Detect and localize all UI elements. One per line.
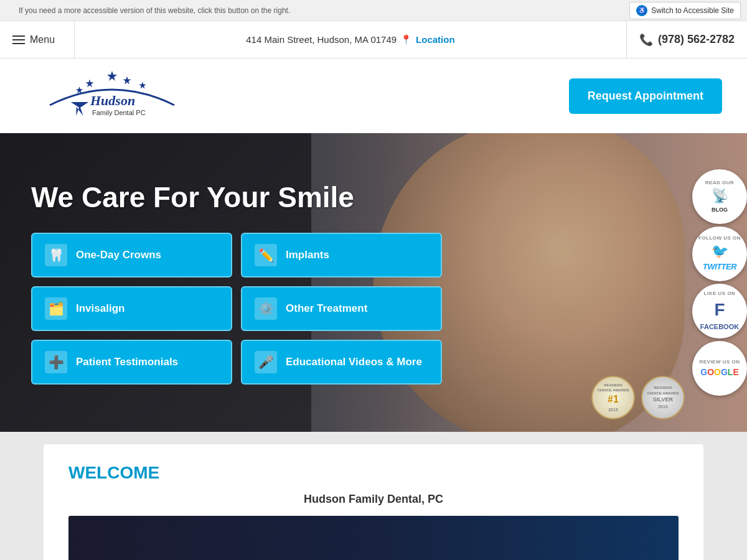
other-treatment-label: Other Treatment — [286, 302, 367, 315]
accessible-site-label: Switch to Accessible Site — [651, 6, 734, 15]
menu-button[interactable]: Menu — [0, 21, 75, 58]
nav-bar: Menu 414 Main Street, Hudson, MA 01749 📍… — [0, 21, 747, 58]
request-appointment-button[interactable]: Request Appointment — [569, 78, 722, 114]
blog-top-label: READ OUR — [705, 180, 735, 186]
awards-section: ReadersChoice Awards #1 2016 ReadersChoi… — [591, 376, 685, 419]
accessibility-text: If you need a more accessible version of… — [19, 6, 290, 15]
twitter-social-button[interactable]: FOLLOW US ON 🐦 twitter — [692, 226, 747, 281]
award-1-number: #1 — [608, 393, 619, 406]
svg-marker-0 — [107, 71, 117, 81]
one-day-crowns-label: One-Day Crowns — [76, 249, 161, 261]
hero-buttons-grid: 🦷 One-Day Crowns ✏️ Implants 🗂️ Invisali… — [31, 233, 442, 385]
svg-text:Hudson: Hudson — [90, 93, 135, 108]
phone-icon: 📞 — [639, 33, 653, 47]
address-section: 414 Main Street, Hudson, MA 01749 📍 Loca… — [75, 21, 627, 58]
hero-section: We Care For Your Smile 🦷 One-Day Crowns … — [0, 133, 747, 432]
menu-label: Menu — [30, 34, 55, 45]
hero-content: We Care For Your Smile 🦷 One-Day Crowns … — [0, 162, 473, 403]
svg-marker-2 — [123, 77, 131, 85]
rss-icon: 📡 — [712, 187, 728, 205]
implants-icon: ✏️ — [255, 244, 277, 266]
implants-label: Implants — [286, 249, 329, 261]
google-icon: Google — [700, 366, 738, 378]
facebook-social-button[interactable]: LIKE US ON f facebook — [692, 284, 747, 338]
google-top-label: REVIEW US ON — [699, 359, 740, 365]
logo-svg: Hudson Family Dental PC — [25, 68, 199, 124]
patient-testimonials-label: Patient Testimonials — [76, 356, 178, 368]
address-text: 414 Main Street, Hudson, MA 01749 — [246, 34, 397, 45]
crown-icon: 🦷 — [45, 244, 67, 266]
location-link[interactable]: Location — [416, 34, 455, 45]
twitter-top-label: FOLLOW US ON — [698, 235, 741, 241]
facebook-label: facebook — [700, 322, 739, 331]
invisalign-button[interactable]: 🗂️ Invisalign — [31, 286, 232, 331]
invisalign-icon: 🗂️ — [45, 297, 67, 320]
welcome-subtitle: Hudson Family Dental, PC — [68, 493, 679, 506]
header: Hudson Family Dental PC Request Appointm… — [0, 58, 747, 133]
twitter-label: twitter — [703, 262, 736, 273]
welcome-title: WELCOME — [68, 463, 679, 483]
twitter-bird-icon: 🐦 — [712, 243, 728, 261]
blog-label: BLOG — [712, 207, 728, 214]
patient-testimonials-button[interactable]: ➕ Patient Testimonials — [31, 340, 232, 385]
accessible-site-button[interactable]: ♿ Switch to Accessible Site — [629, 2, 741, 19]
social-sidebar: READ OUR 📡 BLOG FOLLOW US ON 🐦 twitter L… — [692, 169, 747, 396]
invisalign-label: Invisalign — [76, 302, 125, 315]
videos-icon: 🎤 — [255, 351, 277, 373]
other-treatment-button[interactable]: ⚙️ Other Treatment — [241, 286, 442, 331]
facebook-icon: f — [714, 299, 725, 321]
implants-button[interactable]: ✏️ Implants — [241, 233, 442, 278]
facebook-top-label: LIKE US ON — [704, 291, 736, 297]
one-day-crowns-button[interactable]: 🦷 One-Day Crowns — [31, 233, 232, 278]
welcome-card: WELCOME Hudson Family Dental, PC — [44, 444, 703, 560]
blog-social-button[interactable]: READ OUR 📡 BLOG — [692, 169, 747, 224]
award-badge-1: ReadersChoice Awards #1 2016 — [591, 376, 635, 419]
svg-text:Family Dental PC: Family Dental PC — [92, 109, 146, 116]
welcome-section: WELCOME Hudson Family Dental, PC — [0, 432, 747, 560]
educational-videos-button[interactable]: 🎤 Educational Videos & More — [241, 340, 442, 385]
hero-title: We Care For Your Smile — [31, 180, 442, 214]
accessibility-icon: ♿ — [636, 5, 647, 16]
google-social-button[interactable]: REVIEW US ON Google — [692, 341, 747, 396]
award-badge-2: ReadersChoice Awards SILVER 2016 — [641, 376, 685, 419]
pin-icon: 📍 — [400, 34, 412, 45]
other-treatment-icon: ⚙️ — [255, 297, 277, 320]
phone-section: 📞 (978) 562-2782 — [627, 21, 747, 58]
svg-marker-1 — [86, 79, 94, 87]
accessibility-bar: If you need a more accessible version of… — [0, 0, 747, 21]
welcome-image-bar — [68, 516, 679, 560]
logo-area: Hudson Family Dental PC — [25, 68, 199, 124]
phone-number: (978) 562-2782 — [658, 33, 735, 46]
hamburger-icon — [12, 35, 25, 44]
educational-videos-label: Educational Videos & More — [286, 356, 422, 368]
testimonials-icon: ➕ — [45, 351, 67, 373]
svg-marker-4 — [139, 82, 146, 88]
